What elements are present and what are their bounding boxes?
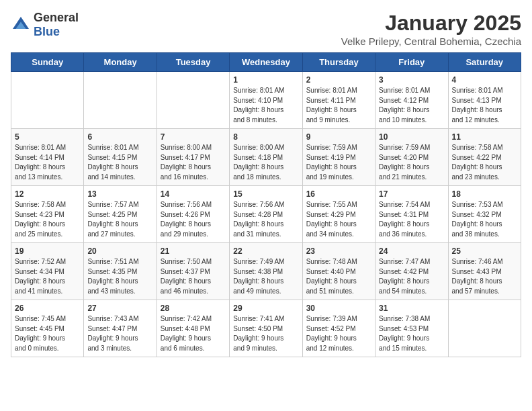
calendar-table: SundayMondayTuesdayWednesdayThursdayFrid… — [11, 52, 521, 357]
calendar-cell: 1Sunrise: 8:01 AM Sunset: 4:10 PM Daylig… — [230, 72, 302, 129]
calendar-cell: 13Sunrise: 7:57 AM Sunset: 4:25 PM Dayli… — [84, 186, 157, 243]
day-number: 7 — [161, 132, 226, 142]
day-of-week-header: Wednesday — [230, 53, 302, 72]
day-number: 15 — [233, 189, 298, 199]
day-info: Sunrise: 7:46 AM Sunset: 4:43 PM Dayligh… — [452, 257, 517, 296]
day-number: 26 — [15, 304, 80, 313]
day-number: 19 — [15, 246, 80, 256]
day-number: 4 — [452, 75, 517, 85]
day-info: Sunrise: 7:49 AM Sunset: 4:38 PM Dayligh… — [233, 257, 298, 296]
logo: General Blue — [11, 11, 79, 39]
calendar-cell: 3Sunrise: 8:01 AM Sunset: 4:12 PM Daylig… — [375, 72, 448, 129]
calendar-cell: 26Sunrise: 7:45 AM Sunset: 4:45 PM Dayli… — [11, 300, 84, 357]
day-number: 20 — [87, 246, 152, 256]
title-block: January 2025 Velke Prilepy, Central Bohe… — [341, 11, 521, 47]
calendar-cell: 7Sunrise: 8:00 AM Sunset: 4:17 PM Daylig… — [157, 129, 229, 186]
day-number: 17 — [379, 189, 444, 199]
day-number: 8 — [233, 132, 298, 142]
day-of-week-header: Monday — [84, 53, 157, 72]
calendar-cell: 20Sunrise: 7:51 AM Sunset: 4:35 PM Dayli… — [84, 243, 157, 300]
calendar-cell: 24Sunrise: 7:47 AM Sunset: 4:42 PM Dayli… — [375, 243, 448, 300]
day-info: Sunrise: 7:58 AM Sunset: 4:22 PM Dayligh… — [452, 143, 517, 182]
day-number: 30 — [306, 304, 371, 313]
day-of-week-header: Saturday — [448, 53, 521, 72]
calendar-week-row: 19Sunrise: 7:52 AM Sunset: 4:34 PM Dayli… — [11, 243, 521, 300]
calendar-cell: 8Sunrise: 8:00 AM Sunset: 4:18 PM Daylig… — [230, 129, 302, 186]
calendar-cell — [11, 72, 84, 129]
day-info: Sunrise: 7:58 AM Sunset: 4:23 PM Dayligh… — [15, 200, 80, 239]
day-info: Sunrise: 7:57 AM Sunset: 4:25 PM Dayligh… — [87, 200, 152, 239]
calendar-cell: 11Sunrise: 7:58 AM Sunset: 4:22 PM Dayli… — [448, 129, 521, 186]
day-number: 6 — [87, 132, 152, 142]
day-number: 1 — [233, 75, 298, 85]
day-info: Sunrise: 8:01 AM Sunset: 4:11 PM Dayligh… — [306, 86, 371, 125]
calendar-cell — [157, 72, 229, 129]
day-number: 5 — [15, 132, 80, 142]
day-number: 24 — [379, 246, 444, 256]
calendar-cell: 12Sunrise: 7:58 AM Sunset: 4:23 PM Dayli… — [11, 186, 84, 243]
calendar-header-row: SundayMondayTuesdayWednesdayThursdayFrid… — [11, 53, 521, 72]
day-info: Sunrise: 7:38 AM Sunset: 4:53 PM Dayligh… — [379, 314, 444, 353]
calendar-cell: 9Sunrise: 7:59 AM Sunset: 4:19 PM Daylig… — [302, 129, 375, 186]
day-number: 31 — [379, 304, 444, 313]
day-number: 29 — [233, 304, 298, 313]
calendar-cell: 30Sunrise: 7:39 AM Sunset: 4:52 PM Dayli… — [302, 300, 375, 357]
day-number: 16 — [306, 189, 371, 199]
calendar-cell — [448, 300, 521, 357]
day-number: 27 — [87, 304, 152, 313]
day-number: 2 — [306, 75, 371, 85]
calendar-week-row: 12Sunrise: 7:58 AM Sunset: 4:23 PM Dayli… — [11, 186, 521, 243]
calendar-cell: 5Sunrise: 8:01 AM Sunset: 4:14 PM Daylig… — [11, 129, 84, 186]
calendar-cell: 23Sunrise: 7:48 AM Sunset: 4:40 PM Dayli… — [302, 243, 375, 300]
day-of-week-header: Sunday — [11, 53, 84, 72]
day-number: 21 — [161, 246, 226, 256]
logo-icon — [11, 15, 31, 35]
day-info: Sunrise: 8:01 AM Sunset: 4:15 PM Dayligh… — [87, 143, 152, 182]
day-number: 10 — [379, 132, 444, 142]
day-info: Sunrise: 7:39 AM Sunset: 4:52 PM Dayligh… — [306, 314, 371, 353]
day-info: Sunrise: 7:55 AM Sunset: 4:29 PM Dayligh… — [306, 200, 371, 239]
calendar-week-row: 26Sunrise: 7:45 AM Sunset: 4:45 PM Dayli… — [11, 300, 521, 357]
day-info: Sunrise: 7:56 AM Sunset: 4:28 PM Dayligh… — [233, 200, 298, 239]
day-info: Sunrise: 7:52 AM Sunset: 4:34 PM Dayligh… — [15, 257, 80, 296]
calendar-cell: 19Sunrise: 7:52 AM Sunset: 4:34 PM Dayli… — [11, 243, 84, 300]
day-number: 13 — [87, 189, 152, 199]
day-of-week-header: Thursday — [302, 53, 375, 72]
day-number: 3 — [379, 75, 444, 85]
day-info: Sunrise: 7:48 AM Sunset: 4:40 PM Dayligh… — [306, 257, 371, 296]
logo-blue-text: Blue — [34, 25, 60, 38]
day-info: Sunrise: 8:01 AM Sunset: 4:10 PM Dayligh… — [233, 86, 298, 125]
day-info: Sunrise: 7:53 AM Sunset: 4:32 PM Dayligh… — [452, 200, 517, 239]
calendar-cell: 10Sunrise: 7:59 AM Sunset: 4:20 PM Dayli… — [375, 129, 448, 186]
day-info: Sunrise: 7:43 AM Sunset: 4:47 PM Dayligh… — [87, 314, 152, 353]
calendar-cell — [84, 72, 157, 129]
day-of-week-header: Tuesday — [157, 53, 229, 72]
day-number: 23 — [306, 246, 371, 256]
logo-general-text: General — [34, 11, 79, 24]
calendar-cell: 18Sunrise: 7:53 AM Sunset: 4:32 PM Dayli… — [448, 186, 521, 243]
day-info: Sunrise: 7:56 AM Sunset: 4:26 PM Dayligh… — [161, 200, 226, 239]
day-info: Sunrise: 7:47 AM Sunset: 4:42 PM Dayligh… — [379, 257, 444, 296]
calendar-cell: 15Sunrise: 7:56 AM Sunset: 4:28 PM Dayli… — [230, 186, 302, 243]
calendar-cell: 25Sunrise: 7:46 AM Sunset: 4:43 PM Dayli… — [448, 243, 521, 300]
day-info: Sunrise: 8:01 AM Sunset: 4:12 PM Dayligh… — [379, 86, 444, 125]
calendar-cell: 4Sunrise: 8:01 AM Sunset: 4:13 PM Daylig… — [448, 72, 521, 129]
calendar-cell: 2Sunrise: 8:01 AM Sunset: 4:11 PM Daylig… — [302, 72, 375, 129]
day-number: 28 — [161, 304, 226, 313]
calendar-week-row: 5Sunrise: 8:01 AM Sunset: 4:14 PM Daylig… — [11, 129, 521, 186]
day-info: Sunrise: 8:01 AM Sunset: 4:13 PM Dayligh… — [452, 86, 517, 125]
day-number: 22 — [233, 246, 298, 256]
calendar-cell: 14Sunrise: 7:56 AM Sunset: 4:26 PM Dayli… — [157, 186, 229, 243]
day-number: 14 — [161, 189, 226, 199]
day-info: Sunrise: 7:59 AM Sunset: 4:19 PM Dayligh… — [306, 143, 371, 182]
day-of-week-header: Friday — [375, 53, 448, 72]
calendar-cell: 29Sunrise: 7:41 AM Sunset: 4:50 PM Dayli… — [230, 300, 302, 357]
calendar-cell: 27Sunrise: 7:43 AM Sunset: 4:47 PM Dayli… — [84, 300, 157, 357]
day-number: 18 — [452, 189, 517, 199]
day-info: Sunrise: 7:50 AM Sunset: 4:37 PM Dayligh… — [161, 257, 226, 296]
day-info: Sunrise: 8:01 AM Sunset: 4:14 PM Dayligh… — [15, 143, 80, 182]
day-info: Sunrise: 7:42 AM Sunset: 4:48 PM Dayligh… — [161, 314, 226, 353]
day-number: 12 — [15, 189, 80, 199]
calendar-cell: 28Sunrise: 7:42 AM Sunset: 4:48 PM Dayli… — [157, 300, 229, 357]
calendar-cell: 22Sunrise: 7:49 AM Sunset: 4:38 PM Dayli… — [230, 243, 302, 300]
